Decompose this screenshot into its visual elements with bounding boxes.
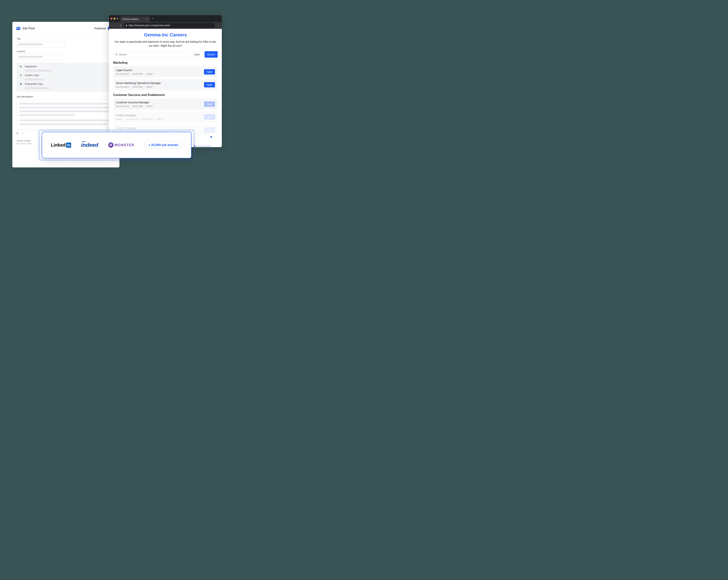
- svg-line-1: [117, 55, 118, 55]
- search-input[interactable]: [113, 51, 189, 58]
- browser-tab[interactable]: Gemma careers ×: [120, 16, 150, 22]
- job-meta: San Francisco$120-150KHybrid: [116, 105, 153, 107]
- forward-icon[interactable]: →: [115, 24, 118, 27]
- clock-icon: [20, 83, 22, 85]
- minimize-window-icon[interactable]: [113, 18, 115, 20]
- location-field-label: Location: [17, 50, 115, 53]
- description-label: Job description: [17, 95, 115, 98]
- traffic-lights: [110, 18, 119, 20]
- indeed-logo: indeed: [81, 142, 98, 148]
- url-text: https://www.jobs.gem.com/gemma-career: [129, 24, 171, 27]
- browser-tabbar: Gemma careers × +: [109, 15, 222, 22]
- url-field[interactable]: https://www.jobs.gem.com/gemma-career: [124, 23, 215, 28]
- apply-button[interactable]: Apply: [204, 82, 215, 87]
- linkedin-logo: Linkedin: [51, 142, 71, 148]
- monster-text: MONSTER: [115, 143, 134, 147]
- description-editor[interactable]: [17, 100, 115, 130]
- job-card: Customer Success ManagerSan Francisco$12…: [113, 99, 218, 110]
- lock-icon: [126, 24, 127, 26]
- job-title: Product Designer: [116, 127, 163, 130]
- job-card: Legal CouncilSan Francisco$120-150KHybri…: [113, 67, 218, 77]
- department-label: Department: [25, 65, 37, 68]
- location-type-label: Location Type: [25, 74, 39, 77]
- job-meta: San Francisco$120-150KHybrid: [116, 73, 153, 75]
- job-boards-callout: Linkedin indeed M MONSTER + 25,000 job b…: [42, 132, 191, 158]
- italic-button[interactable]: I: [22, 132, 22, 135]
- job-card: Product DesignerDesignSan Francisco$120-…: [113, 111, 218, 123]
- careers-subtitle: Our team is passionate and awesome in ev…: [113, 40, 218, 48]
- job-title: Senior Marketing Operations Manager: [116, 81, 161, 84]
- new-tab-button[interactable]: +: [152, 17, 154, 20]
- careers-title: Gemma Inc Careers: [113, 32, 218, 37]
- monster-icon: M: [108, 142, 113, 148]
- department-row: Department: [20, 65, 112, 68]
- linkedin-text: Linked: [51, 142, 66, 148]
- connector-arrow-icon: [193, 145, 195, 147]
- svg-point-0: [115, 53, 117, 55]
- job-post-header: Job Post Published: [12, 22, 120, 34]
- search-icon: [115, 53, 118, 56]
- job-meta: DesignSan Francisco$120-150KHybrid: [116, 118, 163, 120]
- close-window-icon[interactable]: [110, 18, 112, 20]
- reload-icon[interactable]: ⟳: [120, 24, 122, 27]
- department-title: Marketing: [113, 61, 218, 64]
- title-field-label: Title: [17, 37, 115, 40]
- search-row: Clear Search: [113, 51, 218, 58]
- job-card: Senior Marketing Operations ManagerSan F…: [113, 79, 218, 90]
- job-title: Product Designer: [116, 114, 163, 117]
- back-icon[interactable]: ←: [111, 24, 113, 27]
- published-label: Published: [94, 27, 106, 30]
- job-post-header-left: Job Post: [17, 27, 35, 30]
- apply-button[interactable]: Apply: [204, 114, 215, 120]
- more-icon[interactable]: ⋮: [217, 24, 220, 27]
- location-type-row: Location Type: [20, 74, 112, 77]
- panel-title: Job Post: [22, 27, 35, 30]
- job-title: Customer Success Manager: [116, 101, 153, 104]
- home-icon: [20, 74, 22, 77]
- bold-button[interactable]: B: [17, 132, 18, 135]
- connector-dot: [210, 136, 212, 138]
- monster-logo: M MONSTER: [108, 142, 134, 148]
- close-tab-icon[interactable]: ×: [146, 18, 148, 21]
- browser-window: Gemma careers × + ← → ⟳ https://www.jobs…: [109, 15, 222, 147]
- apply-button[interactable]: Apply: [204, 101, 215, 107]
- browser-urlbar: ← → ⟳ https://www.jobs.gem.com/gemma-car…: [109, 22, 222, 29]
- linkedin-in-box: in: [66, 142, 71, 148]
- job-post-body: Title Location Department Location Type …: [12, 34, 120, 130]
- title-input[interactable]: [17, 41, 65, 47]
- id-card-icon: [17, 27, 20, 30]
- apply-button[interactable]: Apply: [204, 127, 215, 133]
- location-input[interactable]: [17, 54, 65, 60]
- tab-title: Gemma careers: [122, 18, 138, 21]
- search-button[interactable]: Search: [205, 51, 218, 58]
- briefcase-icon: [20, 65, 22, 68]
- employment-type-label: Employment Type: [25, 83, 43, 85]
- clear-button[interactable]: Clear: [191, 51, 203, 58]
- department-title: Customer Success and Enablement: [113, 93, 218, 97]
- job-meta: San Francisco$120-150KHybrid: [116, 86, 161, 88]
- search-field[interactable]: [119, 53, 187, 56]
- connector-line: [194, 146, 211, 156]
- job-title: Legal Council: [116, 69, 153, 72]
- job-boards-pill: + 25,000 job boards: [144, 141, 182, 149]
- maximize-window-icon[interactable]: [116, 18, 119, 20]
- careers-page: Gemma Inc Careers Our team is passionate…: [109, 29, 222, 147]
- employment-type-row: Employment Type: [20, 83, 112, 85]
- meta-block: Department Location Type Employment Type: [17, 62, 115, 92]
- apply-button[interactable]: Apply: [204, 69, 215, 75]
